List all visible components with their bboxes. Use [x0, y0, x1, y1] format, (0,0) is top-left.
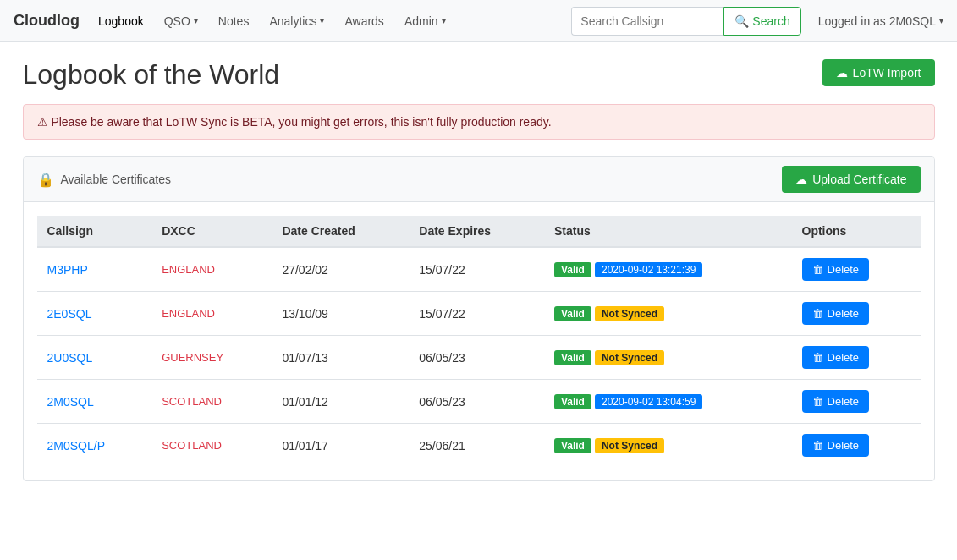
date-created-value: 01/01/12	[272, 380, 409, 424]
status-extra-badge: 2020-09-02 13:21:39	[595, 262, 702, 277]
dxcc-value: ENGLAND	[151, 292, 272, 336]
options-cell: 🗑Delete	[792, 424, 921, 468]
dxcc-value: GUERNSEY	[151, 336, 272, 380]
date-created-value: 01/01/17	[272, 424, 409, 468]
page-header: Logbook of the World ☁ LoTW Import	[23, 59, 935, 91]
status-badge: Valid	[554, 350, 591, 365]
search-button[interactable]: 🔍 Search	[723, 7, 800, 36]
col-callsign: Callsign	[37, 216, 152, 247]
status-cell: Valid2020-09-02 13:04:59	[544, 380, 792, 424]
user-dropdown-icon: ▾	[939, 16, 943, 25]
date-created-value: 27/02/02	[272, 247, 409, 292]
col-date-expires: Date Expires	[409, 216, 544, 247]
dxcc-value: SCOTLAND	[151, 424, 272, 468]
date-created-value: 13/10/09	[272, 292, 409, 336]
date-expires-value: 25/06/21	[409, 424, 544, 468]
delete-button[interactable]: 🗑Delete	[802, 346, 870, 369]
date-expires-value: 15/07/22	[409, 292, 544, 336]
dxcc-value: SCOTLAND	[151, 380, 272, 424]
callsign-link[interactable]: 2E0SQL	[47, 307, 92, 321]
nav-awards[interactable]: Awards	[336, 9, 392, 33]
certificates-table: Callsign DXCC Date Created Date Expires …	[37, 216, 921, 467]
status-badge: Valid	[554, 262, 591, 277]
options-cell: 🗑Delete	[792, 336, 921, 380]
date-expires-value: 06/05/23	[409, 380, 544, 424]
col-date-created: Date Created	[272, 216, 409, 247]
options-cell: 🗑Delete	[792, 380, 921, 424]
status-extra-badge: Not Synced	[595, 350, 664, 365]
page-title: Logbook of the World	[23, 59, 280, 91]
delete-button[interactable]: 🗑Delete	[802, 258, 870, 281]
table-row: M3PHPENGLAND27/02/0215/07/22Valid2020-09…	[37, 247, 921, 292]
nav-logbook[interactable]: Logbook	[90, 9, 152, 33]
trash-icon: 🗑	[812, 439, 823, 452]
table-head: Callsign DXCC Date Created Date Expires …	[37, 216, 921, 247]
col-status: Status	[544, 216, 792, 247]
nav-analytics[interactable]: Analytics ▾	[261, 9, 333, 33]
main-content: Logbook of the World ☁ LoTW Import ⚠ Ple…	[9, 42, 949, 498]
status-cell: ValidNot Synced	[544, 336, 792, 380]
status-badge: Valid	[554, 438, 591, 453]
table-body: M3PHPENGLAND27/02/0215/07/22Valid2020-09…	[37, 247, 921, 467]
status-badge: Valid	[554, 394, 591, 409]
cloud-upload-icon: ☁	[836, 66, 848, 80]
card-header-title: 🔒 Available Certificates	[37, 172, 171, 188]
date-expires-value: 06/05/23	[409, 336, 544, 380]
dxcc-value: ENGLAND	[151, 247, 272, 292]
date-created-value: 01/07/13	[272, 336, 409, 380]
brand[interactable]: Cloudlog	[14, 12, 80, 30]
status-cell: ValidNot Synced	[544, 292, 792, 336]
table-wrapper: Callsign DXCC Date Created Date Expires …	[24, 202, 934, 480]
callsign-link[interactable]: M3PHP	[47, 263, 88, 277]
admin-dropdown-icon: ▾	[442, 16, 446, 25]
status-extra-badge: Not Synced	[595, 306, 664, 321]
lotw-import-button[interactable]: ☁ LoTW Import	[822, 59, 935, 86]
nav-admin[interactable]: Admin ▾	[396, 9, 454, 33]
col-dxcc: DXCC	[151, 216, 272, 247]
nav-notes[interactable]: Notes	[210, 9, 258, 33]
user-menu[interactable]: Logged in as 2M0SQL ▾	[818, 14, 943, 28]
callsign-link[interactable]: 2U0SQL	[47, 351, 93, 365]
options-cell: 🗑Delete	[792, 247, 921, 292]
date-expires-value: 15/07/22	[409, 247, 544, 292]
status-badge: Valid	[554, 306, 591, 321]
col-options: Options	[792, 216, 921, 247]
table-row: 2M0SQL/PSCOTLAND01/01/1725/06/21ValidNot…	[37, 424, 921, 468]
options-cell: 🗑Delete	[792, 292, 921, 336]
search-input[interactable]	[571, 7, 723, 36]
status-cell: ValidNot Synced	[544, 424, 792, 468]
navbar: Cloudlog Logbook QSO ▾ Notes Analytics ▾…	[0, 0, 957, 42]
callsign-link[interactable]: 2M0SQL/P	[47, 439, 105, 453]
status-cell: Valid2020-09-02 13:21:39	[544, 247, 792, 292]
nav-qso[interactable]: QSO ▾	[156, 9, 206, 33]
trash-icon: 🗑	[812, 395, 823, 408]
status-extra-badge: 2020-09-02 13:04:59	[595, 394, 702, 409]
table-row: 2E0SQLENGLAND13/10/0915/07/22ValidNot Sy…	[37, 292, 921, 336]
qso-dropdown-icon: ▾	[194, 16, 198, 25]
search-icon: 🔍	[734, 14, 749, 28]
lock-icon: 🔒	[37, 172, 54, 188]
trash-icon: 🗑	[812, 351, 823, 364]
certificates-card: 🔒 Available Certificates ☁ Upload Certif…	[23, 156, 935, 481]
table-row: 2M0SQLSCOTLAND01/01/1206/05/23Valid2020-…	[37, 380, 921, 424]
table-row: 2U0SQLGUERNSEY01/07/1306/05/23ValidNot S…	[37, 336, 921, 380]
delete-button[interactable]: 🗑Delete	[802, 390, 870, 413]
callsign-link[interactable]: 2M0SQL	[47, 395, 94, 409]
cloud-upload-cert-icon: ☁	[795, 173, 807, 186]
beta-alert: ⚠ Please be aware that LoTW Sync is BETA…	[23, 104, 935, 140]
card-header: 🔒 Available Certificates ☁ Upload Certif…	[24, 157, 934, 202]
search-group: 🔍 Search	[571, 7, 800, 36]
upload-certificate-button[interactable]: ☁ Upload Certificate	[782, 166, 920, 193]
delete-button[interactable]: 🗑Delete	[802, 302, 870, 325]
delete-button[interactable]: 🗑Delete	[802, 434, 870, 457]
trash-icon: 🗑	[812, 263, 823, 276]
trash-icon: 🗑	[812, 307, 823, 320]
analytics-dropdown-icon: ▾	[320, 16, 324, 25]
status-extra-badge: Not Synced	[595, 438, 664, 453]
